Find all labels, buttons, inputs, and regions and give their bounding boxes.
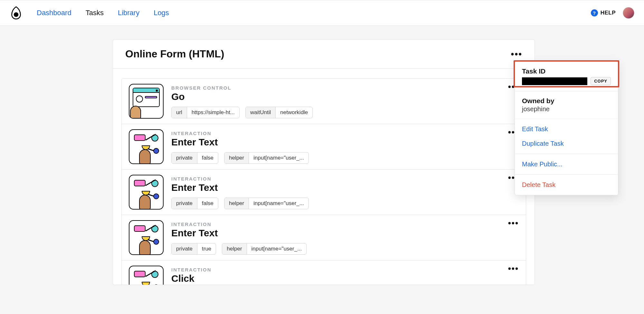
param-pill[interactable]: waitUntil networkidle	[245, 107, 313, 118]
param-value: false	[197, 198, 218, 209]
user-avatar[interactable]	[623, 7, 634, 19]
step-row[interactable]: INTERACTION Click •••	[121, 260, 526, 285]
card-header: Online Form (HTML) •••	[113, 40, 535, 69]
step-category: INTERACTION	[171, 131, 519, 136]
param-row: url https://simple-ht... waitUntil netwo…	[171, 107, 519, 118]
interaction-icon	[129, 129, 164, 164]
step-category: INTERACTION	[171, 267, 519, 272]
task-id-value-redacted	[522, 77, 587, 85]
nav-library[interactable]: Library	[118, 9, 139, 17]
steps-list: BROWSER CONTROL Go url https://simple-ht…	[113, 69, 535, 285]
param-pill[interactable]: private false	[171, 198, 218, 209]
param-key: helper	[224, 198, 249, 209]
param-key: private	[172, 198, 197, 209]
nav-tasks[interactable]: Tasks	[86, 9, 104, 17]
browser-control-icon	[129, 84, 164, 119]
duplicate-task-link[interactable]: Duplicate Task	[522, 139, 611, 148]
param-value: networkidle	[276, 107, 312, 118]
nav-logs[interactable]: Logs	[154, 9, 169, 17]
interaction-icon	[129, 266, 164, 285]
task-menu-panel: Task ID COPY Owned by josephine Edit Tas…	[515, 61, 618, 195]
top-nav: Dashboard Tasks Library Logs ? HELP	[0, 0, 644, 26]
step-row[interactable]: INTERACTION Enter Text private false hel…	[121, 169, 526, 215]
param-key: helper	[222, 243, 247, 254]
interaction-icon	[129, 175, 164, 210]
help-icon: ?	[591, 9, 598, 16]
step-body: INTERACTION Enter Text private false hel…	[171, 175, 519, 209]
param-key: private	[172, 243, 197, 254]
step-body: BROWSER CONTROL Go url https://simple-ht…	[171, 84, 519, 118]
visibility-section: Make Public...	[515, 154, 618, 175]
copy-task-id-button[interactable]: COPY	[591, 77, 611, 85]
make-public-link[interactable]: Make Public...	[522, 160, 611, 169]
step-category: INTERACTION	[171, 176, 519, 182]
param-value: https://simple-ht...	[187, 107, 239, 118]
param-value: input[name="user_...	[249, 152, 308, 163]
nav-right: ? HELP	[591, 7, 634, 19]
nav-dashboard[interactable]: Dashboard	[37, 9, 71, 17]
edit-section: Edit Task Duplicate Task	[515, 119, 618, 154]
app-logo[interactable]	[10, 5, 23, 20]
help-label: HELP	[601, 10, 616, 16]
param-row: private true helper input[name="user_...	[171, 243, 519, 255]
help-button[interactable]: ? HELP	[591, 9, 616, 16]
param-row: private false helper input[name="user_..…	[171, 198, 519, 209]
param-row: private false helper input[name="user_..…	[171, 152, 519, 164]
task-id-label: Task ID	[522, 67, 611, 75]
task-title: Online Form (HTML)	[125, 48, 224, 60]
param-value: input[name="user_...	[249, 198, 308, 209]
step-name: Enter Text	[171, 137, 519, 148]
card-menu-button[interactable]: •••	[511, 53, 522, 56]
owned-by-label: Owned by	[522, 97, 611, 105]
owned-by-section: Owned by josephine	[515, 91, 618, 119]
param-value: false	[197, 152, 218, 163]
step-body: INTERACTION Enter Text private false hel…	[171, 129, 519, 164]
step-body: INTERACTION Click	[171, 266, 519, 284]
interaction-icon	[129, 220, 164, 255]
param-pill[interactable]: helper input[name="user_...	[224, 152, 309, 164]
param-pill[interactable]: private false	[171, 152, 218, 164]
step-row[interactable]: INTERACTION Enter Text private false hel…	[121, 124, 526, 169]
step-row[interactable]: BROWSER CONTROL Go url https://simple-ht…	[121, 78, 526, 124]
step-menu-button[interactable]: •••	[508, 267, 519, 270]
step-row[interactable]: INTERACTION Enter Text private true help…	[121, 215, 526, 260]
task-id-row: COPY	[522, 77, 611, 85]
param-pill[interactable]: helper input[name="user_...	[222, 243, 307, 255]
param-pill[interactable]: helper input[name="user_...	[224, 198, 309, 209]
step-category: INTERACTION	[171, 221, 519, 227]
owned-by-value: josephine	[522, 105, 611, 113]
step-name: Enter Text	[171, 182, 519, 193]
task-card: Online Form (HTML) ••• BROWSER CONTROL G…	[113, 39, 535, 285]
step-category: BROWSER CONTROL	[171, 85, 519, 91]
param-pill[interactable]: private true	[171, 243, 216, 255]
param-key: waitUntil	[246, 107, 276, 118]
step-body: INTERACTION Enter Text private true help…	[171, 220, 519, 255]
task-id-section: Task ID COPY	[515, 62, 618, 91]
step-menu-button[interactable]: •••	[508, 221, 519, 225]
nav-links: Dashboard Tasks Library Logs	[37, 9, 169, 17]
param-key: helper	[224, 152, 249, 163]
svg-point-0	[14, 12, 18, 17]
step-name: Go	[171, 91, 519, 102]
nav-left: Dashboard Tasks Library Logs	[10, 5, 169, 20]
param-value: true	[197, 243, 216, 254]
step-name: Enter Text	[171, 228, 519, 239]
step-name: Click	[171, 273, 519, 284]
delete-task-link[interactable]: Delete Task	[522, 181, 611, 189]
param-key: private	[172, 152, 197, 163]
delete-section: Delete Task	[515, 175, 618, 195]
edit-task-link[interactable]: Edit Task	[522, 125, 611, 133]
param-key: url	[172, 107, 187, 118]
param-pill[interactable]: url https://simple-ht...	[171, 107, 240, 118]
param-value: input[name="user_...	[247, 243, 307, 254]
